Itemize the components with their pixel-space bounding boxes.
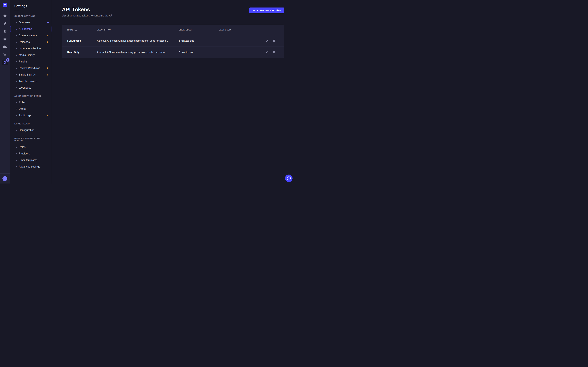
strapi-logo[interactable]: [3, 3, 7, 7]
bullet-icon: [16, 81, 17, 82]
sidebar-item-users[interactable]: Users: [10, 106, 52, 112]
bullet-icon: [16, 109, 17, 109]
sidebar-item-internationalization[interactable]: Internationalization: [10, 46, 52, 51]
page-header: API Tokens List of generated tokens to c…: [62, 7, 284, 17]
rail-icon-list: 1: [1, 10, 9, 67]
sort-asc-icon: [75, 29, 77, 31]
sidebar-item-transfer-tokens[interactable]: Transfer Tokens: [10, 78, 52, 84]
pencil-icon: [266, 39, 269, 42]
table-header-row: NAME DESCRIPTION CREATED AT LAST USED: [62, 25, 284, 35]
rail-item-media-library[interactable]: [1, 27, 9, 35]
bullet-icon: [16, 68, 17, 69]
delete-button[interactable]: [273, 39, 276, 42]
bullet-icon: [16, 61, 17, 62]
edit-button[interactable]: [266, 50, 269, 54]
layout-icon: [3, 37, 7, 41]
sidebar-title: Settings: [14, 4, 52, 8]
lightning-bolt-icon: [46, 67, 49, 69]
main-content: API Tokens List of generated tokens to c…: [52, 0, 294, 184]
table-row[interactable]: Full Access A default API token with ful…: [62, 35, 284, 46]
app-root: 1 KD Settings GLOBAL SETTINGS Overview A…: [0, 0, 294, 184]
sidebar-item-advanced-settings[interactable]: Advanced settings: [10, 164, 52, 170]
bullet-icon: [16, 87, 17, 88]
bullet-icon: [16, 115, 17, 116]
home-icon: [3, 14, 7, 17]
gear-icon: [3, 60, 7, 64]
sidebar-item-releases[interactable]: Releases: [10, 39, 52, 45]
rail-item-cloud[interactable]: [1, 43, 9, 51]
rail-item-settings[interactable]: 1: [1, 58, 9, 67]
settings-notification-badge: 1: [6, 58, 9, 62]
bullet-icon: [16, 102, 17, 103]
edit-button[interactable]: [266, 39, 269, 42]
sidebar-item-providers[interactable]: Providers: [10, 151, 52, 157]
settings-active-highlight: 1: [2, 59, 8, 65]
trash-icon: [273, 39, 276, 42]
rail-item-content-type-builder[interactable]: [1, 35, 9, 43]
page-subtitle: List of generated tokens to consume the …: [62, 14, 113, 17]
api-tokens-table: NAME DESCRIPTION CREATED AT LAST USED Fu…: [62, 25, 284, 58]
delete-button[interactable]: [273, 50, 276, 54]
main-nav-rail: 1 KD: [0, 0, 10, 184]
bullet-icon: [16, 22, 17, 23]
bullet-icon: [16, 74, 17, 75]
bullet-icon: [16, 166, 17, 167]
sidebar-item-plugins[interactable]: Plugins: [10, 59, 52, 65]
bullet-icon: [16, 42, 17, 42]
sidebar-item-configuration[interactable]: Configuration: [10, 127, 52, 133]
page-title: API Tokens: [62, 7, 113, 13]
rail-item-content-manager[interactable]: [1, 19, 9, 27]
section-label-administration-panel: ADMINISTRATION PANEL: [14, 95, 48, 97]
page-title-block: API Tokens List of generated tokens to c…: [62, 7, 113, 17]
strapi-logo-icon: [3, 3, 6, 6]
lightning-bolt-icon: [46, 41, 49, 43]
create-api-token-button[interactable]: Create new API Token: [249, 8, 284, 13]
sidebar-item-roles-admin[interactable]: Roles: [10, 100, 52, 105]
sidebar-item-overview[interactable]: Overview: [10, 20, 52, 25]
rail-item-home[interactable]: [1, 12, 9, 19]
shopping-cart-icon: [3, 53, 7, 57]
sidebar-item-webhooks[interactable]: Webhooks: [10, 85, 52, 91]
lightning-bolt-icon: [46, 74, 49, 76]
pencil-icon: [266, 50, 269, 54]
token-name: Read Only: [67, 51, 97, 53]
rail-footer: KD: [0, 173, 10, 184]
sidebar-item-api-tokens[interactable]: API Tokens: [10, 26, 52, 32]
bullet-icon: [16, 29, 17, 30]
help-button[interactable]: ?: [285, 175, 293, 182]
user-avatar[interactable]: KD: [2, 176, 7, 181]
sidebar-item-review-workflows[interactable]: Review Workflows: [10, 65, 52, 71]
sidebar-item-media-library[interactable]: Media Library: [10, 52, 52, 58]
row-actions: [265, 50, 284, 54]
plus-icon: [252, 9, 256, 12]
bullet-icon: [16, 55, 17, 56]
bullet-icon: [16, 160, 17, 161]
question-mark-icon: ?: [287, 176, 291, 180]
column-header-created-at: CREATED AT: [179, 29, 219, 31]
settings-sidebar: Settings GLOBAL SETTINGS Overview API To…: [10, 0, 52, 184]
column-header-last-used: LAST USED: [219, 29, 265, 31]
bullet-icon: [16, 35, 17, 36]
trash-icon: [273, 50, 276, 54]
column-header-name[interactable]: NAME: [67, 29, 97, 31]
token-created-at: 5 minutes ago: [179, 39, 219, 42]
rail-item-marketplace[interactable]: [1, 51, 9, 58]
bullet-icon: [16, 130, 17, 131]
lightning-bolt-icon: [46, 34, 49, 37]
table-row[interactable]: Read Only A default API token with read-…: [62, 46, 284, 58]
sidebar-item-email-templates[interactable]: Email templates: [10, 157, 52, 163]
row-actions: [265, 39, 284, 42]
cloud-icon: [3, 45, 7, 49]
sidebar-item-roles-users-permissions[interactable]: Roles: [10, 144, 52, 150]
token-description: A default API token with read-only permi…: [97, 51, 179, 53]
bullet-icon: [16, 153, 17, 154]
column-header-description: DESCRIPTION: [97, 29, 179, 31]
logo-container: [0, 0, 10, 10]
sidebar-item-single-sign-on[interactable]: Single Sign-On: [10, 72, 52, 78]
images-icon: [3, 29, 7, 33]
section-label-email-plugin: EMAIL PLUGIN: [14, 123, 48, 125]
sidebar-item-content-history[interactable]: Content History: [10, 33, 52, 39]
notification-dot-icon: [47, 22, 49, 23]
sidebar-item-audit-logs[interactable]: Audit Logs: [10, 113, 52, 118]
token-created-at: 5 minutes ago: [179, 51, 219, 53]
